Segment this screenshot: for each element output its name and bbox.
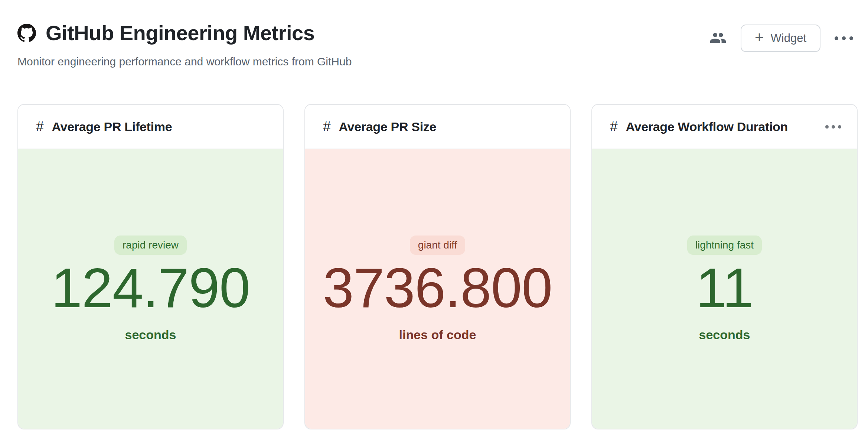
dashboard-menu-button[interactable] xyxy=(835,36,853,40)
metric-value: 3736.800 xyxy=(323,258,552,318)
page-title: GitHub Engineering Metrics xyxy=(46,21,314,45)
widget-card-avg-pr-lifetime: # Average PR Lifetime rapid review 124.7… xyxy=(17,104,284,429)
card-menu-button[interactable] xyxy=(825,121,841,132)
dashboard-header: GitHub Engineering Metrics Monitor engin… xyxy=(0,0,868,68)
hash-icon: # xyxy=(610,119,618,134)
card-body: lightning fast 11 seconds xyxy=(592,149,857,429)
card-body: rapid review 124.790 seconds xyxy=(18,149,283,429)
card-title: Average PR Size xyxy=(339,120,437,134)
github-logo-icon xyxy=(17,24,36,42)
metric-unit: seconds xyxy=(125,328,176,342)
card-title: Average PR Lifetime xyxy=(52,120,172,134)
hash-icon: # xyxy=(36,119,44,134)
ellipsis-icon xyxy=(835,36,853,40)
people-icon xyxy=(709,29,727,48)
add-widget-label: Widget xyxy=(771,32,806,45)
add-widget-button[interactable]: + Widget xyxy=(741,25,820,52)
status-badge: rapid review xyxy=(114,236,187,255)
plus-icon: + xyxy=(755,30,764,45)
widget-card-avg-workflow-duration: # Average Workflow Duration lightning fa… xyxy=(591,104,858,429)
metric-value: 11 xyxy=(696,258,753,318)
card-title: Average Workflow Duration xyxy=(626,120,788,134)
collaborators-button[interactable] xyxy=(709,29,727,48)
status-badge: giant diff xyxy=(410,236,465,255)
title-row: GitHub Engineering Metrics xyxy=(17,21,352,45)
page-subtitle: Monitor engineering performance and work… xyxy=(17,55,352,68)
header-left: GitHub Engineering Metrics Monitor engin… xyxy=(17,21,352,68)
hash-icon: # xyxy=(323,119,331,134)
widgets-grid: # Average PR Lifetime rapid review 124.7… xyxy=(0,104,868,429)
metric-value: 124.790 xyxy=(51,258,250,318)
ellipsis-icon xyxy=(825,125,841,129)
metric-unit: lines of code xyxy=(399,328,476,342)
metric-unit: seconds xyxy=(699,328,750,342)
card-header: # Average Workflow Duration xyxy=(592,105,857,149)
status-badge: lightning fast xyxy=(687,236,762,255)
widget-card-avg-pr-size: # Average PR Size giant diff 3736.800 li… xyxy=(304,104,571,429)
card-header: # Average PR Lifetime xyxy=(18,105,283,149)
card-body: giant diff 3736.800 lines of code xyxy=(305,149,570,429)
card-header: # Average PR Size xyxy=(305,105,570,149)
header-actions: + Widget xyxy=(709,25,853,52)
